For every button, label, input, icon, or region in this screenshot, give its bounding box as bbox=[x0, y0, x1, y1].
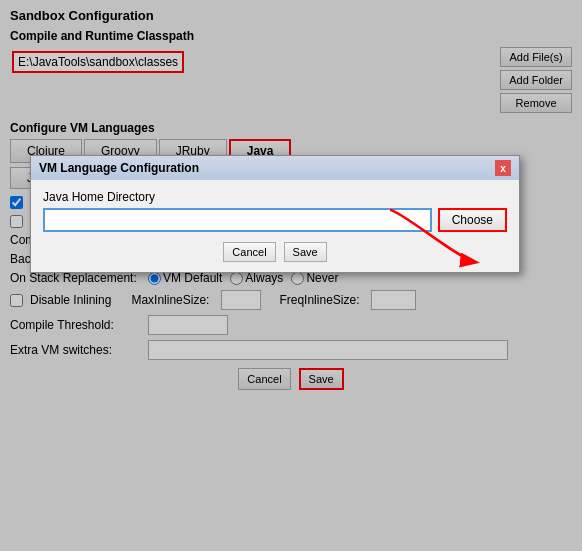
modal-overlay bbox=[0, 0, 582, 551]
java-home-input[interactable]: C:\Program Files\Java\jdk1.8.0_161 bbox=[43, 208, 432, 232]
modal-cancel-button[interactable]: Cancel bbox=[223, 242, 275, 262]
vm-language-config-modal: VM Language Configuration x Java Home Di… bbox=[30, 155, 520, 273]
modal-title: VM Language Configuration bbox=[39, 161, 199, 175]
java-home-label: Java Home Directory bbox=[43, 190, 507, 204]
modal-footer: Cancel Save bbox=[43, 242, 507, 262]
modal-save-button[interactable]: Save bbox=[284, 242, 327, 262]
modal-close-button[interactable]: x bbox=[495, 160, 511, 176]
modal-body: Java Home Directory C:\Program Files\Jav… bbox=[31, 180, 519, 272]
choose-button[interactable]: Choose bbox=[438, 208, 507, 232]
modal-input-row: C:\Program Files\Java\jdk1.8.0_161 Choos… bbox=[43, 208, 507, 232]
modal-title-bar: VM Language Configuration x bbox=[31, 156, 519, 180]
